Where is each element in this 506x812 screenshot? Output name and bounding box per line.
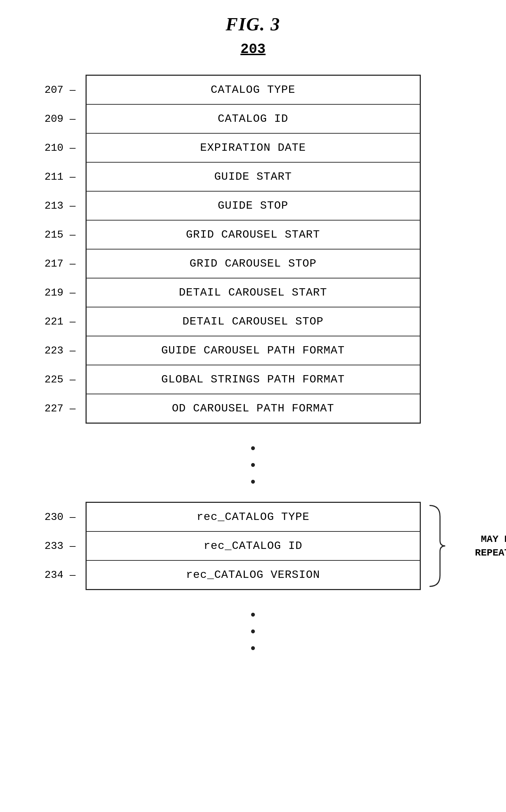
row-content-text: CATALOG ID (218, 112, 288, 125)
row-content-text: GUIDE CAROUSEL PATH FORMAT (161, 344, 345, 357)
row-id-label: 233 — (45, 540, 76, 552)
brace-svg (426, 502, 447, 590)
brace-label: MAY BE REPEATED (475, 532, 506, 559)
row-content-text: rec_CATALOG VERSION (186, 568, 320, 581)
row-content-text: rec_CATALOG ID (204, 539, 302, 552)
row-id-label: 234 — (45, 569, 76, 581)
row-id-label: 221 — (45, 316, 76, 328)
diagram-number: 203 (240, 42, 265, 57)
main-table-row: 219 —DETAIL CAROUSEL START (87, 278, 420, 307)
row-id-label: 207 — (45, 84, 76, 96)
row-content-text: GRID CAROUSEL STOP (190, 257, 317, 270)
row-id-label: 217 — (45, 258, 76, 270)
main-table-row: 215 —GRID CAROUSEL START (87, 221, 420, 249)
row-id-label: 227 — (45, 403, 76, 415)
row-content-text: GLOBAL STRINGS PATH FORMAT (161, 373, 345, 386)
row-content-text: OD CAROUSEL PATH FORMAT (172, 402, 334, 415)
row-id-label: 225 — (45, 374, 76, 386)
row-content-text: EXPIRATION DATE (200, 141, 306, 154)
main-table-row: 223 —GUIDE CAROUSEL PATH FORMAT (87, 336, 420, 365)
dots-separator-2: • • • (249, 597, 257, 668)
second-table-row: 230 —rec_CATALOG TYPE (87, 503, 420, 532)
row-content-text: GUIDE START (214, 170, 292, 183)
row-content-text: CATALOG TYPE (211, 83, 295, 96)
row-content-text: rec_CATALOG TYPE (197, 511, 309, 523)
dots-separator-1: • • • (249, 431, 257, 502)
second-diagram-section: 230 —rec_CATALOG TYPE233 —rec_CATALOG ID… (86, 502, 421, 590)
row-id-label: 223 — (45, 345, 76, 357)
main-table-row: 227 —OD CAROUSEL PATH FORMAT (87, 394, 420, 423)
row-content-text: GUIDE STOP (218, 199, 288, 212)
main-table-row: 209 —CATALOG ID (87, 105, 420, 134)
main-table-row: 225 —GLOBAL STRINGS PATH FORMAT (87, 365, 420, 394)
second-table: 230 —rec_CATALOG TYPE233 —rec_CATALOG ID… (86, 502, 421, 590)
row-content-text: DETAIL CAROUSEL STOP (182, 315, 323, 328)
second-table-row: 233 —rec_CATALOG ID (87, 532, 420, 561)
main-table: 207 —CATALOG TYPE209 —CATALOG ID210 —EXP… (86, 75, 421, 424)
row-id-label: 210 — (45, 142, 76, 154)
main-table-row: 217 —GRID CAROUSEL STOP (87, 249, 420, 278)
row-id-label: 209 — (45, 113, 76, 125)
row-id-label: 213 — (45, 200, 76, 212)
second-table-row: 234 —rec_CATALOG VERSION (87, 561, 420, 589)
row-content-text: GRID CAROUSEL START (186, 228, 320, 241)
row-content-text: DETAIL CAROUSEL START (179, 286, 327, 299)
main-table-row: 211 —GUIDE START (87, 163, 420, 192)
main-table-row: 207 —CATALOG TYPE (87, 76, 420, 105)
row-id-label: 211 — (45, 171, 76, 183)
row-id-label: 215 — (45, 229, 76, 241)
page-container: FIG. 3 203 207 —CATALOG TYPE209 —CATALOG… (0, 0, 506, 668)
main-table-row: 210 —EXPIRATION DATE (87, 134, 420, 163)
row-id-label: 230 — (45, 511, 76, 523)
main-table-row: 213 —GUIDE STOP (87, 192, 420, 221)
row-id-label: 219 — (45, 287, 76, 299)
figure-title: FIG. 3 (226, 14, 280, 35)
main-diagram-section: 207 —CATALOG TYPE209 —CATALOG ID210 —EXP… (86, 75, 421, 424)
main-table-row: 221 —DETAIL CAROUSEL STOP (87, 307, 420, 336)
